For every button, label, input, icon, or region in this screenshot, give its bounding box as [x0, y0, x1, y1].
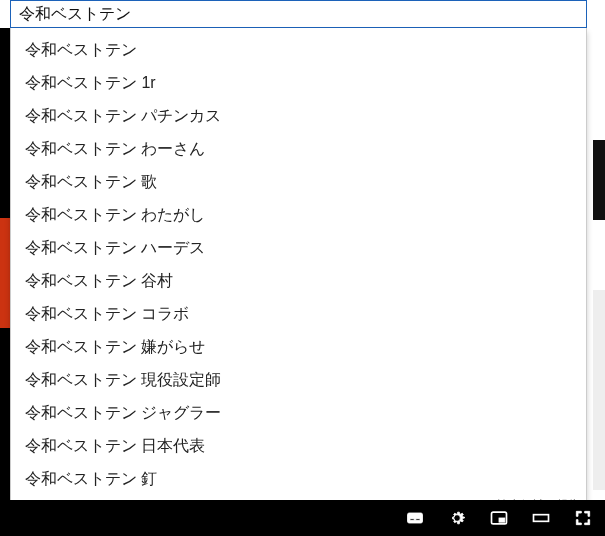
svg-rect-4 [499, 518, 505, 522]
svg-rect-5 [534, 515, 549, 522]
background-strip-color [0, 218, 10, 328]
suggestion-item[interactable]: 令和ベストテン 釘 [11, 463, 586, 496]
svg-rect-0 [408, 513, 423, 523]
search-input[interactable] [10, 0, 587, 28]
suggestion-item[interactable]: 令和ベストテン ハーデス [11, 232, 586, 265]
suggestion-item[interactable]: 令和ベストテン 歌 [11, 166, 586, 199]
sidebar-stub-dark [593, 140, 605, 220]
subtitles-icon[interactable] [405, 508, 425, 528]
suggestion-item[interactable]: 令和ベストテン わたがし [11, 199, 586, 232]
svg-rect-2 [416, 519, 420, 521]
suggestion-item[interactable]: 令和ベストテン 谷村 [11, 265, 586, 298]
theater-icon[interactable] [531, 508, 551, 528]
suggestion-item[interactable]: 令和ベストテン [11, 34, 586, 67]
background-strip [0, 28, 10, 536]
svg-rect-1 [410, 519, 414, 521]
suggestions-dropdown: 令和ベストテン 令和ベストテン 1r 令和ベストテン パチンカス 令和ベストテン… [10, 28, 587, 519]
suggestion-item[interactable]: 令和ベストテン ジャグラー [11, 397, 586, 430]
sidebar-stub-light [593, 290, 605, 490]
suggestion-item[interactable]: 令和ベストテン 1r [11, 67, 586, 100]
suggestion-item[interactable]: 令和ベストテン コラボ [11, 298, 586, 331]
suggestion-item[interactable]: 令和ベストテン 嫌がらせ [11, 331, 586, 364]
search-container [10, 0, 587, 28]
video-controls-bar [0, 500, 605, 536]
suggestion-item[interactable]: 令和ベストテン 現役設定師 [11, 364, 586, 397]
suggestion-item[interactable]: 令和ベストテン パチンカス [11, 100, 586, 133]
fullscreen-icon[interactable] [573, 508, 593, 528]
miniplayer-icon[interactable] [489, 508, 509, 528]
gear-icon[interactable] [447, 508, 467, 528]
suggestion-item[interactable]: 令和ベストテン 日本代表 [11, 430, 586, 463]
suggestion-item[interactable]: 令和ベストテン わーさん [11, 133, 586, 166]
